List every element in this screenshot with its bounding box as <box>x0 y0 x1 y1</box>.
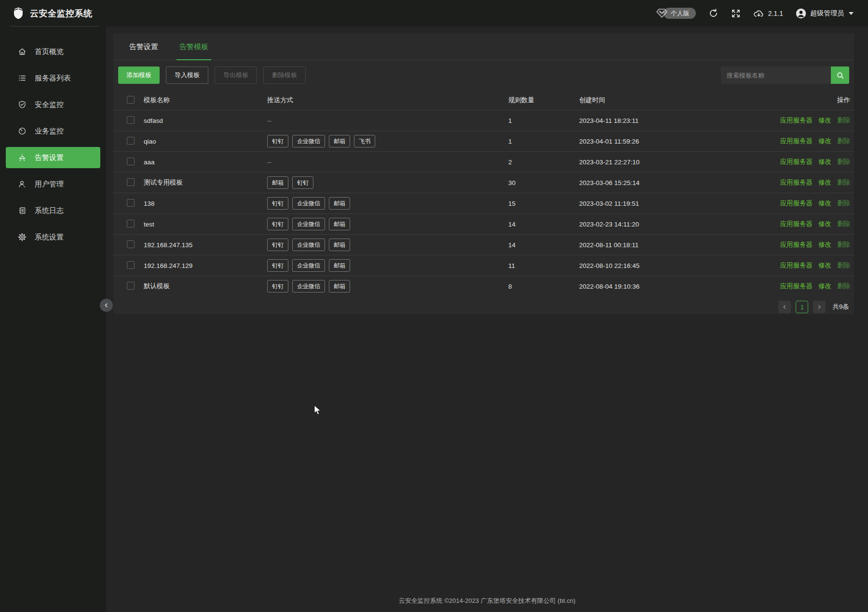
prev-page-button[interactable] <box>778 301 791 313</box>
sidebar-item-security[interactable]: 安全监控 <box>6 94 100 115</box>
table-row: 192.168.247.129 钉钉企业微信邮箱 11 2022-08-10 2… <box>113 255 854 276</box>
row-checkbox[interactable] <box>127 116 135 124</box>
push-methods-cell: 钉钉企业微信邮箱 <box>267 218 508 230</box>
version-indicator[interactable]: 2.1.1 <box>753 9 783 18</box>
footer-copyright: 云安全监控系统 ©2014-2023 广东堡塔安全技术有限公司 (bt.cn) <box>106 597 868 605</box>
modify-link[interactable]: 修改 <box>818 240 831 249</box>
created-time: 2022-08-11 00:18:11 <box>579 241 734 249</box>
toolbar: 添加模板 导入模板 导出模板 删除模板 <box>118 67 849 84</box>
edition-badge[interactable]: 个人版 <box>655 8 696 19</box>
next-page-button[interactable] <box>813 301 826 313</box>
delete-link[interactable]: 删除 <box>837 137 850 146</box>
sidebar-item-servers[interactable]: 服务器列表 <box>6 67 100 89</box>
delete-link[interactable]: 删除 <box>837 261 850 270</box>
tab-alert-settings[interactable]: 告警设置 <box>126 34 161 60</box>
app-title: 云安全监控系统 <box>30 8 93 19</box>
sidebar-item-label: 首页概览 <box>35 47 64 56</box>
row-checkbox[interactable] <box>127 158 135 165</box>
user-name: 超级管理员 <box>810 9 844 18</box>
delete-link[interactable]: 删除 <box>837 178 850 187</box>
delete-link[interactable]: 删除 <box>837 199 850 208</box>
apply-server-link[interactable]: 应用服务器 <box>780 282 813 291</box>
apply-server-link[interactable]: 应用服务器 <box>780 220 813 228</box>
modify-link[interactable]: 修改 <box>818 282 831 291</box>
gear-icon <box>18 233 27 241</box>
push-channel-chip: 企业微信 <box>292 239 325 251</box>
table-row: aaa -- 2 2023-03-21 22:27:10 应用服务器修改删除 <box>113 151 854 172</box>
modify-link[interactable]: 修改 <box>818 261 831 270</box>
shield-logo-icon <box>13 7 24 20</box>
col-rule-count: 规则数量 <box>508 96 579 105</box>
template-name: aaa <box>144 159 267 166</box>
delete-link[interactable]: 删除 <box>837 116 850 125</box>
row-checkbox[interactable] <box>127 261 135 269</box>
search-button[interactable] <box>831 67 849 84</box>
row-checkbox[interactable] <box>127 178 135 186</box>
page-number-1[interactable]: 1 <box>796 301 808 313</box>
modify-link[interactable]: 修改 <box>818 116 831 125</box>
rule-count: 14 <box>508 221 579 228</box>
sidebar-item-settings[interactable]: 系统设置 <box>6 226 100 248</box>
push-methods-cell: 钉钉企业微信邮箱 <box>267 197 508 210</box>
apply-server-link[interactable]: 应用服务器 <box>780 116 813 125</box>
table-row: 138 钉钉企业微信邮箱 15 2023-03-02 11:19:51 应用服务… <box>113 193 854 213</box>
template-name: 默认模板 <box>144 282 267 291</box>
row-checkbox[interactable] <box>127 199 135 207</box>
sidebar-item-alerts[interactable]: 告警设置 <box>6 147 100 168</box>
tab-alert-templates[interactable]: 告警模板 <box>176 34 211 60</box>
user-menu[interactable]: 超级管理员 <box>796 8 854 19</box>
row-checkbox[interactable] <box>127 137 135 145</box>
add-template-button[interactable]: 添加模板 <box>118 67 160 84</box>
delete-link[interactable]: 删除 <box>837 158 850 166</box>
modify-link[interactable]: 修改 <box>818 220 831 228</box>
push-channel-chip: 钉钉 <box>267 135 288 147</box>
import-template-button[interactable]: 导入模板 <box>166 67 208 84</box>
sidebar-item-label: 服务器列表 <box>35 74 71 83</box>
refresh-icon[interactable] <box>708 8 719 18</box>
row-checkbox[interactable] <box>127 282 135 290</box>
template-name: sdfasd <box>144 117 267 124</box>
row-checkbox[interactable] <box>127 220 135 227</box>
apply-server-link[interactable]: 应用服务器 <box>780 261 813 270</box>
created-time: 2023-03-02 11:19:51 <box>579 200 734 207</box>
export-template-button[interactable]: 导出模板 <box>215 67 257 84</box>
sidebar-item-home[interactable]: 首页概览 <box>6 41 100 62</box>
sidebar-item-users[interactable]: 用户管理 <box>6 173 100 195</box>
push-channel-chip: 邮箱 <box>267 176 288 189</box>
top-bar-right: 个人版 2.1.1 <box>655 8 868 19</box>
sidebar-item-logs[interactable]: 系统日志 <box>6 200 100 221</box>
template-name: 192.168.247.135 <box>144 241 267 249</box>
row-checkbox[interactable] <box>127 240 135 248</box>
apply-server-link[interactable]: 应用服务器 <box>780 137 813 146</box>
push-channel-chip: 邮箱 <box>329 259 350 272</box>
push-channel-chip: 钉钉 <box>267 197 288 210</box>
table-row: 测试专用模板 邮箱钉钉 30 2023-03-06 15:25:14 应用服务器… <box>113 172 854 193</box>
sidebar-collapse-button[interactable] <box>100 299 113 312</box>
delete-link[interactable]: 删除 <box>837 240 850 249</box>
apply-server-link[interactable]: 应用服务器 <box>780 199 813 208</box>
modify-link[interactable]: 修改 <box>818 199 831 208</box>
push-methods-cell: -- <box>267 117 508 124</box>
rule-count: 8 <box>508 283 579 290</box>
delete-template-button[interactable]: 删除模板 <box>263 67 306 84</box>
select-all-checkbox[interactable] <box>127 96 135 104</box>
rule-count: 15 <box>508 200 579 207</box>
apply-server-link[interactable]: 应用服务器 <box>780 240 813 249</box>
search-input[interactable] <box>721 67 831 84</box>
sidebar-item-label: 系统日志 <box>35 206 64 215</box>
table-body: sdfasd -- 1 2023-04-11 18:23:11 应用服务器修改删… <box>113 110 854 296</box>
delete-link[interactable]: 删除 <box>837 282 850 291</box>
fullscreen-icon[interactable] <box>731 9 741 18</box>
apply-server-link[interactable]: 应用服务器 <box>780 178 813 187</box>
edition-badge-label: 个人版 <box>664 8 696 19</box>
modify-link[interactable]: 修改 <box>818 158 831 166</box>
modify-link[interactable]: 修改 <box>818 178 831 187</box>
push-channel-chip: 邮箱 <box>329 197 350 210</box>
row-actions: 应用服务器修改删除 <box>734 116 850 125</box>
sidebar-item-business[interactable]: 业务监控 <box>6 120 100 142</box>
search-bar <box>721 67 849 84</box>
modify-link[interactable]: 修改 <box>818 137 831 146</box>
delete-link[interactable]: 删除 <box>837 220 850 228</box>
apply-server-link[interactable]: 应用服务器 <box>780 158 813 166</box>
sidebar-item-label: 用户管理 <box>35 180 64 189</box>
